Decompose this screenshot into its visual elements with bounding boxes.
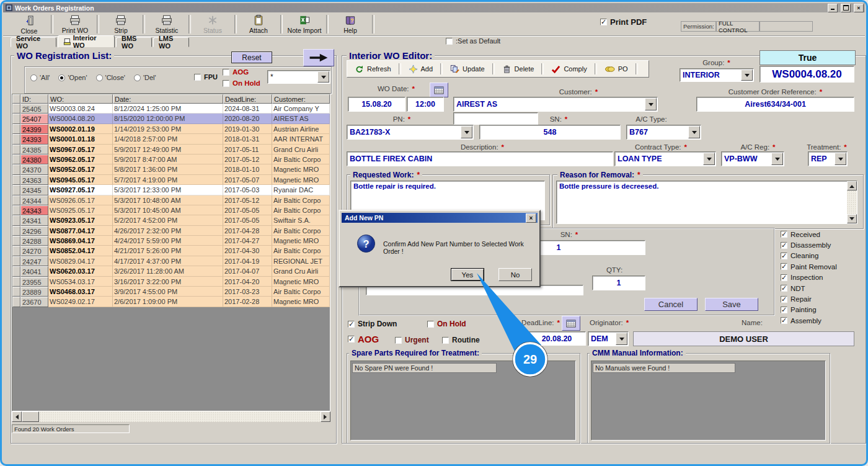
- routine-checkbox[interactable]: Routine: [442, 336, 480, 344]
- table-row[interactable]: 24343WS0925.05.175/3/2017 10:45:00 AM201…: [12, 205, 330, 215]
- comply-button[interactable]: Comply: [546, 63, 591, 75]
- checkbox[interactable]: [781, 274, 787, 281]
- dropdown-arrow[interactable]: [688, 126, 700, 138]
- checkbox[interactable]: [781, 263, 787, 270]
- yes-button[interactable]: Yes: [451, 268, 484, 281]
- pn-search-field[interactable]: [453, 112, 538, 125]
- actype-dropdown[interactable]: B767: [626, 125, 701, 140]
- stage-checkbox-assembly[interactable]: Assembly: [781, 315, 861, 326]
- filter-radio-close[interactable]: 'Close': [96, 74, 125, 81]
- table-row[interactable]: 24247WS0829.04.174/17/2017 4:37:00 PM201…: [12, 256, 330, 266]
- table-row[interactable]: 23889WS0468.03.173/9/2017 4:55:00 PM2017…: [12, 287, 330, 297]
- note-import-button[interactable]: Note Import: [285, 12, 324, 36]
- scroll-right-button[interactable]: [321, 411, 330, 422]
- col-wo[interactable]: WO:: [48, 94, 113, 104]
- dropdown-arrow[interactable]: [835, 153, 846, 165]
- table-row[interactable]: 24341WS0923.05.175/2/2017 4:52:00 PM2017…: [12, 215, 330, 225]
- table-row[interactable]: 24344WS0926.05.175/3/2017 10:48:00 AM201…: [12, 195, 330, 205]
- delete-button[interactable]: Delete: [497, 63, 539, 75]
- reset-button[interactable]: Reset: [231, 52, 272, 63]
- dropdown-arrow[interactable]: [645, 98, 657, 110]
- refresh-button[interactable]: Refresh: [350, 63, 396, 75]
- onhold-filter-checkbox[interactable]: On Hold: [223, 79, 260, 87]
- checkbox[interactable]: [781, 285, 787, 292]
- description-field[interactable]: BOTTLE FIREX CABIN: [347, 151, 613, 166]
- dropdown-arrow[interactable]: [317, 71, 329, 83]
- wo-time-field[interactable]: 12:00: [407, 97, 444, 112]
- set-as-default-checkbox[interactable]: :Set as Default: [446, 37, 500, 45]
- table-row[interactable]: 25405WS0003.08.248/12/2024 1:25:00 PM202…: [12, 104, 330, 114]
- urgent-checkbox[interactable]: Urgent: [395, 336, 429, 344]
- wo-date-calendar-button[interactable]: [430, 83, 448, 97]
- table-row[interactable]: 25407WS0004.08.208/15/2020 12:00:00 PM20…: [12, 114, 330, 123]
- help-button[interactable]: ? Help: [330, 12, 370, 36]
- radio-button[interactable]: [96, 74, 103, 81]
- filter-radio-del[interactable]: 'Del': [134, 74, 156, 81]
- sn-field[interactable]: 548: [479, 125, 621, 140]
- stage-checkbox-painting[interactable]: Painting: [781, 305, 861, 315]
- scroll-thumb[interactable]: [22, 411, 39, 422]
- dialog-title-bar[interactable]: Add New PN ×: [342, 213, 538, 223]
- aog-checkbox[interactable]: AOG: [348, 334, 379, 344]
- table-row[interactable]: 24041WS0620.03.173/26/2017 11:28:00 AM20…: [12, 266, 330, 276]
- table-row[interactable]: 23955WS0534.03.173/16/2017 3:22:00 PM201…: [12, 277, 330, 287]
- strip-down-checkbox[interactable]: Strip Down: [348, 320, 397, 328]
- dropdown-arrow[interactable]: [771, 153, 783, 165]
- table-row[interactable]: 24370WS0952.05.175/8/2017 1:36:00 PM2018…: [12, 164, 330, 174]
- qty-field[interactable]: 1: [592, 276, 645, 290]
- radio-button[interactable]: [58, 74, 65, 81]
- customer-filter-dropdown[interactable]: *: [267, 70, 330, 84]
- dropdown-arrow[interactable]: [703, 153, 715, 165]
- filter-radio-all[interactable]: 'All': [30, 74, 50, 81]
- table-row[interactable]: 24288WS0869.04.174/24/2017 5:59:00 PM201…: [12, 236, 330, 246]
- dropdown-arrow[interactable]: [461, 126, 472, 138]
- scroll-down-button[interactable]: [847, 214, 857, 223]
- checkbox[interactable]: [781, 296, 787, 303]
- customer-dropdown[interactable]: AIREST AS: [453, 97, 658, 112]
- stage-checkbox-ndt[interactable]: NDT: [781, 283, 861, 293]
- checkbox[interactable]: [781, 307, 787, 313]
- scroll-up-button[interactable]: [847, 181, 857, 190]
- tab-bms-wo[interactable]: BMS WO: [116, 37, 152, 47]
- tab-service-wo[interactable]: Service WO: [11, 37, 56, 47]
- attach-button[interactable]: Attach: [239, 12, 278, 36]
- treatment-dropdown[interactable]: REP: [808, 151, 848, 166]
- radio-button[interactable]: [30, 74, 37, 81]
- reason-vscrollbar[interactable]: [847, 181, 857, 223]
- deadline-field[interactable]: 20.08.20: [528, 331, 586, 346]
- table-row[interactable]: 24385WS0967.05.175/9/2017 12:49:00 PM201…: [12, 145, 330, 155]
- no-button[interactable]: No: [498, 268, 532, 281]
- table-row[interactable]: 24270WS0852.04.174/21/2017 5:26:00 PM201…: [12, 246, 330, 256]
- close-button[interactable]: Close: [9, 12, 49, 36]
- add-button[interactable]: Add: [404, 63, 438, 75]
- pn-dropdown[interactable]: BA21783-X: [347, 125, 474, 140]
- wo-date-field[interactable]: 15.08.20: [348, 97, 405, 112]
- cor-field[interactable]: Airest634/34-001: [696, 97, 854, 112]
- stage-checkbox-cleaning[interactable]: Cleaning: [781, 251, 861, 261]
- scroll-left-button[interactable]: [12, 411, 22, 422]
- group-dropdown[interactable]: INTERIOR: [680, 68, 754, 82]
- update-button[interactable]: Update: [445, 63, 489, 75]
- stage-checkbox-paint-removal[interactable]: Paint Removal: [781, 261, 861, 272]
- col-id[interactable]: ID:: [20, 94, 48, 104]
- print-wo-button[interactable]: Print WO: [55, 12, 95, 36]
- tab-interior-wo[interactable]: Interior WO: [58, 35, 115, 48]
- stage-checkbox-disassembly[interactable]: Disassembly: [781, 240, 861, 250]
- acreg-dropdown[interactable]: VP-BWW: [721, 151, 784, 166]
- deadline-calendar-button[interactable]: [562, 316, 580, 331]
- table-row[interactable]: 24393WS0001.01.181/4/2018 2:57:00 PM2018…: [12, 134, 330, 144]
- dropdown-arrow[interactable]: [616, 333, 627, 345]
- po-button[interactable]: PO: [600, 64, 633, 74]
- strip-button[interactable]: Strip: [101, 12, 141, 36]
- table-row[interactable]: 24296WS0877.04.174/26/2017 2:32:00 PM201…: [12, 226, 330, 236]
- statistic-button[interactable]: Statistic: [147, 12, 187, 36]
- dialog-close-icon[interactable]: ×: [526, 213, 536, 223]
- close-window-button[interactable]: ×: [854, 4, 864, 12]
- reason-textarea[interactable]: Bottle pressure is decreesed.: [556, 181, 857, 224]
- stage-checkbox-repair[interactable]: Repair: [781, 293, 861, 304]
- col-deadline[interactable]: DeadLine:: [223, 94, 272, 104]
- list-hscrollbar[interactable]: [12, 411, 330, 422]
- on-hold-checkbox[interactable]: On Hold: [427, 320, 466, 328]
- checkbox[interactable]: [781, 253, 787, 259]
- next-arrow-button[interactable]: [303, 49, 334, 66]
